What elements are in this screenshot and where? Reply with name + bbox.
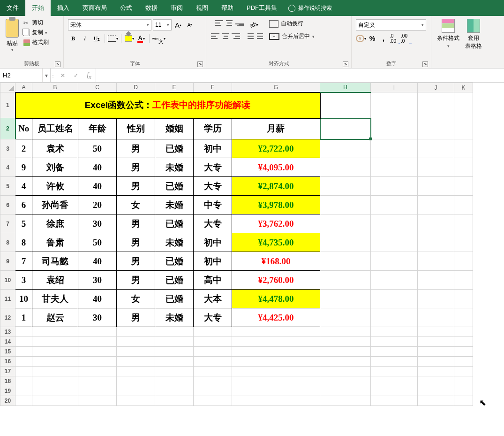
- cell-B20[interactable]: [32, 396, 78, 406]
- col-header-F[interactable]: F: [194, 83, 232, 92]
- cell-G16[interactable]: [232, 357, 320, 367]
- cell-K15[interactable]: [454, 347, 473, 357]
- header-4[interactable]: 婚姻: [155, 118, 194, 139]
- font-size-combo[interactable]: 11▾: [153, 19, 172, 31]
- cell-B9[interactable]: 司马懿: [32, 252, 78, 271]
- cell-H8[interactable]: [320, 233, 371, 252]
- cell-H4[interactable]: [320, 158, 371, 177]
- cell-H6[interactable]: [320, 196, 371, 214]
- cell-K5[interactable]: [454, 177, 473, 196]
- cell-F6[interactable]: 中专: [194, 196, 232, 214]
- cell-E11[interactable]: 已婚: [155, 290, 194, 308]
- col-header-I[interactable]: I: [371, 83, 418, 92]
- row-header-20[interactable]: 20: [0, 396, 15, 406]
- header-6[interactable]: 月薪: [232, 118, 320, 139]
- cell-K1[interactable]: [454, 92, 473, 118]
- tab-文件[interactable]: 文件: [0, 0, 25, 16]
- row-header-19[interactable]: 19: [0, 386, 15, 396]
- cell-K10[interactable]: [454, 271, 473, 290]
- cut-button[interactable]: ✂剪切: [23, 19, 49, 27]
- align-left-button[interactable]: [211, 32, 220, 40]
- cell-I15[interactable]: [371, 347, 418, 357]
- cell-C17[interactable]: [78, 367, 117, 376]
- cell-I8[interactable]: [371, 233, 418, 252]
- header-1[interactable]: 员工姓名: [32, 118, 78, 139]
- select-all-button[interactable]: [0, 83, 15, 92]
- cell-I19[interactable]: [371, 386, 418, 396]
- cell-I7[interactable]: [371, 214, 418, 233]
- cell-H18[interactable]: [320, 376, 371, 386]
- format-painter-button[interactable]: 格式刷: [23, 38, 49, 46]
- cell-E19[interactable]: [155, 386, 194, 396]
- cell-E6[interactable]: 未婚: [155, 196, 194, 214]
- bold-button[interactable]: B: [68, 33, 78, 44]
- cell-E20[interactable]: [155, 396, 194, 406]
- row-header-10[interactable]: 10: [0, 271, 15, 290]
- cell-C16[interactable]: [78, 357, 117, 367]
- cell-J8[interactable]: [418, 233, 454, 252]
- cell-E4[interactable]: 未婚: [155, 158, 194, 177]
- merge-center-button[interactable]: 合并后居中▾: [269, 32, 315, 40]
- cell-J14[interactable]: [418, 337, 454, 347]
- col-header-J[interactable]: J: [418, 83, 454, 92]
- cell-I1[interactable]: [371, 92, 418, 118]
- cell-G14[interactable]: [232, 337, 320, 347]
- fill-color-button[interactable]: ▾: [124, 33, 135, 44]
- row-header-3[interactable]: 3: [0, 139, 15, 158]
- col-header-C[interactable]: C: [78, 83, 117, 92]
- cell-F13[interactable]: [194, 327, 232, 337]
- cell-C3[interactable]: 50: [78, 139, 117, 158]
- cell-G8[interactable]: ¥4,735.00: [232, 233, 320, 252]
- cell-I20[interactable]: [371, 396, 418, 406]
- cell-A17[interactable]: [15, 367, 32, 376]
- cell-F9[interactable]: 初中: [194, 252, 232, 271]
- cell-E18[interactable]: [155, 376, 194, 386]
- cell-A18[interactable]: [15, 376, 32, 386]
- cell-G10[interactable]: ¥2,760.00: [232, 271, 320, 290]
- cell-I14[interactable]: [371, 337, 418, 347]
- cell-D17[interactable]: [117, 367, 155, 376]
- cell-H2[interactable]: [320, 118, 371, 139]
- increase-decimal-button[interactable]: .0.00: [390, 33, 400, 44]
- cell-F8[interactable]: 初中: [194, 233, 232, 252]
- col-header-H[interactable]: H: [320, 83, 371, 92]
- cell-I5[interactable]: [371, 177, 418, 196]
- align-right-button[interactable]: [231, 32, 241, 40]
- decrease-indent-button[interactable]: [245, 32, 254, 40]
- tab-PDF工具集[interactable]: PDF工具集: [240, 0, 284, 16]
- cell-G12[interactable]: ¥4,425.00: [232, 308, 320, 327]
- row-header-9[interactable]: 9: [0, 252, 15, 271]
- cell-C11[interactable]: 40: [78, 290, 117, 308]
- font-name-combo[interactable]: 宋体▾: [68, 19, 151, 31]
- cell-G4[interactable]: ¥4,095.00: [232, 158, 320, 177]
- cell-J13[interactable]: [418, 327, 454, 337]
- cell-B8[interactable]: 鲁肃: [32, 233, 78, 252]
- cell-I11[interactable]: [371, 290, 418, 308]
- tell-me-search[interactable]: 操作说明搜索: [284, 0, 337, 16]
- cell-I6[interactable]: [371, 196, 418, 214]
- cell-H7[interactable]: [320, 214, 371, 233]
- cell-F11[interactable]: 大本: [194, 290, 232, 308]
- cell-C4[interactable]: 40: [78, 158, 117, 177]
- row-header-16[interactable]: 16: [0, 357, 15, 367]
- align-bottom-button[interactable]: [235, 19, 244, 27]
- cell-J18[interactable]: [418, 376, 454, 386]
- row-header-13[interactable]: 13: [0, 327, 15, 337]
- cell-G3[interactable]: ¥2,722.00: [232, 139, 320, 158]
- percent-button[interactable]: %: [367, 33, 377, 44]
- cell-E15[interactable]: [155, 347, 194, 357]
- cell-D14[interactable]: [117, 337, 155, 347]
- cell-E8[interactable]: 未婚: [155, 233, 194, 252]
- number-dialog-launcher[interactable]: ⬊: [422, 61, 428, 67]
- orientation-button[interactable]: ab▾: [249, 19, 259, 30]
- cell-J7[interactable]: [418, 214, 454, 233]
- tab-插入[interactable]: 插入: [51, 0, 76, 16]
- cell-B7[interactable]: 徐庶: [32, 214, 78, 233]
- cell-G17[interactable]: [232, 367, 320, 376]
- cell-C10[interactable]: 30: [78, 271, 117, 290]
- cell-I18[interactable]: [371, 376, 418, 386]
- increase-indent-button[interactable]: [255, 32, 263, 40]
- cell-E10[interactable]: 已婚: [155, 271, 194, 290]
- cell-E3[interactable]: 已婚: [155, 139, 194, 158]
- comma-button[interactable]: ,: [378, 33, 389, 44]
